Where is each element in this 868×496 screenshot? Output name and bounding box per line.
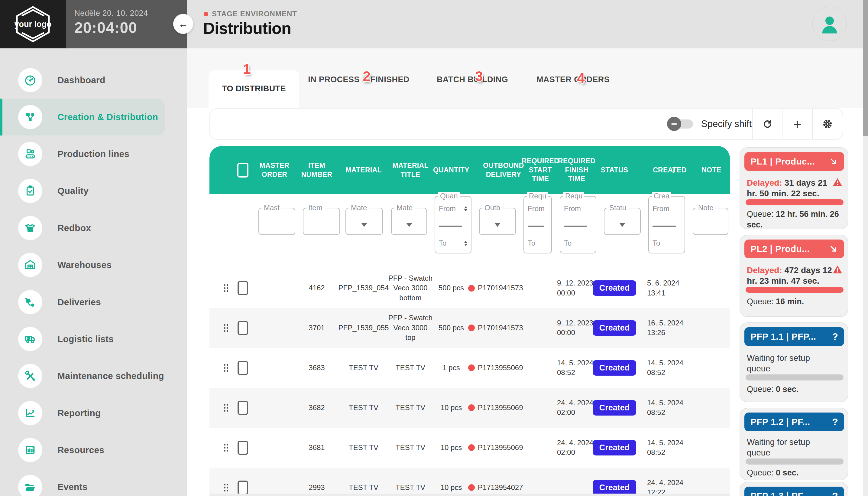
filter-label: Mate — [349, 203, 369, 212]
filter-required-start-range[interactable]: Requ From To — [524, 196, 552, 253]
filter-note[interactable]: Note — [693, 208, 728, 235]
column-header-item-number[interactable]: ITEM NUMBER — [294, 146, 339, 194]
number-spinner-icon[interactable] — [464, 205, 467, 213]
sidebar-item-label: Deliveries — [58, 297, 101, 307]
card-title: PL1 | Produc... — [751, 156, 815, 167]
drag-handle-icon[interactable] — [219, 268, 230, 308]
sidebar-item-reporting[interactable]: Reporting — [0, 395, 169, 432]
cell-item-number: 3701 — [294, 308, 339, 348]
table-row[interactable]: 2993 TEST TV TEST TV 10 pcs P1713954027 … — [209, 468, 730, 494]
sidebar-item-logistic-lists[interactable]: Logistic lists — [0, 321, 169, 357]
row-checkbox[interactable] — [238, 281, 248, 295]
column-header-quantity[interactable]: QUANTITY — [433, 146, 469, 194]
finish-date: 14. 5. 2024 — [557, 358, 593, 368]
table-row[interactable]: 3683 TEST TV TEST TV 1 pcs P1713955069 1… — [209, 348, 730, 388]
tab-in-process-finished[interactable]: IN PROCESS & FINISHED — [308, 75, 409, 84]
column-header-master-order[interactable]: MASTER ORDER — [255, 146, 294, 194]
arrow-down-right-icon — [829, 157, 838, 166]
specify-shift-toggle[interactable] — [667, 118, 694, 130]
add-button[interactable]: + — [783, 109, 812, 139]
sidebar-item-events[interactable]: Events — [0, 468, 169, 496]
created-date: 24. 4. 2024 — [647, 478, 684, 487]
filter-created-range[interactable]: Crea From To — [648, 196, 685, 253]
created-time: 12:22 — [647, 487, 665, 494]
sort-descending-icon[interactable]: ↓ — [671, 146, 675, 194]
tab-batch-building[interactable]: BATCH BUILDING — [437, 75, 508, 84]
column-header-created[interactable]: CREATED — [647, 146, 692, 194]
drag-handle-icon[interactable] — [219, 428, 230, 468]
drag-handle-icon[interactable] — [219, 468, 230, 494]
delivery-indicator-dot — [468, 444, 475, 451]
column-header-material[interactable]: MATERIAL — [339, 146, 388, 194]
table-row[interactable]: 3682 TEST TV TEST TV 10 pcs P1713955069 … — [209, 388, 730, 428]
cell-outbound-delivery: P1713955069 — [478, 388, 529, 428]
filter-material-select[interactable]: Mate — [345, 208, 383, 235]
column-header-required-finish-time[interactable]: REQUIRED FINISH TIME — [557, 146, 596, 194]
filter-quantity-range[interactable]: Quan From To — [435, 196, 471, 253]
filter-label: Statu — [608, 203, 628, 212]
table-row[interactable]: 3701 PFP_1539_055 PFP - Swatch Veco 3000… — [209, 308, 730, 348]
sidebar-item-maintenance-scheduling[interactable]: Maintenance scheduling — [0, 357, 169, 394]
tab-master-orders[interactable]: MASTER ORDERS — [536, 75, 610, 84]
filter-item-number[interactable]: Item — [303, 208, 340, 235]
filter-master-order[interactable]: Mast — [258, 208, 295, 235]
vertical-scrollbar-thumb[interactable] — [863, 0, 868, 136]
filter-status-select[interactable]: Statu — [604, 208, 641, 235]
logo-hexagon-icon: your logo — [13, 4, 52, 44]
row-checkbox[interactable] — [238, 401, 248, 415]
row-checkbox[interactable] — [238, 441, 248, 455]
created-date: 14. 5. 2024 — [647, 398, 684, 408]
collapse-sidebar-button[interactable]: ← — [173, 14, 193, 34]
pfp-1-1-button[interactable]: PFP 1.1 | PFP... ? — [744, 327, 844, 346]
drag-handle-icon[interactable] — [219, 308, 230, 348]
pl2-button[interactable]: PL2 | Produ... — [744, 239, 844, 258]
user-avatar[interactable] — [813, 7, 847, 41]
pfp-1-3-button[interactable]: PFP 1.3 | PF... ? — [744, 486, 844, 496]
finish-time: 00:00 — [557, 328, 575, 338]
finish-date: 9. 12. 2023 — [557, 278, 593, 288]
queue-progress-bar — [745, 199, 843, 205]
table-row[interactable]: 3681 TEST TV TEST TV 10 pcs P1713955069 … — [209, 428, 730, 468]
tab-to-distribute[interactable]: TO DISTRIBUTE — [209, 71, 299, 109]
drag-handle-icon[interactable] — [219, 348, 230, 388]
production-line-card-pl2: PL2 | Produ... Delayed: 472 days 12 hr. … — [740, 235, 848, 317]
row-checkbox[interactable] — [238, 321, 248, 335]
card-title: PFP 1.3 | PF... — [751, 491, 810, 496]
filter-outbound-select[interactable]: Outb — [479, 208, 516, 235]
cell-status: Created — [596, 308, 632, 348]
queue-info: Queue: 16 min. — [747, 296, 839, 307]
column-header-note[interactable]: NOTE — [693, 146, 730, 194]
sidebar-item-dashboard[interactable]: Dashboard — [0, 62, 169, 98]
pl1-button[interactable]: PL1 | Produc... — [744, 152, 844, 171]
sidebar-item-warehouses[interactable]: Warehouses — [0, 247, 169, 283]
cell-material: TEST TV — [339, 428, 388, 468]
sidebar-item-redbox[interactable]: Redbox — [0, 210, 169, 247]
cell-required-finish-time: 9. 12. 2023 00:00 — [557, 268, 596, 308]
waiting-status: Waiting for setup queue — [747, 437, 822, 458]
table-row[interactable]: 4162 PFP_1539_054 PFP - Swatch Veco 3000… — [209, 268, 730, 308]
delivery-truck-icon — [18, 327, 42, 351]
sidebar-item-deliveries[interactable]: Deliveries — [0, 284, 169, 321]
filter-required-finish-range[interactable]: Requ From To — [560, 196, 596, 253]
cell-material-title: PFP - Swatch Veco 3000 bottom — [388, 268, 433, 308]
column-header-material-title[interactable]: MATERIAL TITLE — [388, 146, 433, 194]
folder-icon — [18, 475, 42, 496]
card-title: PL2 | Produ... — [751, 244, 810, 254]
refresh-button[interactable] — [753, 109, 782, 139]
row-checkbox[interactable] — [238, 361, 248, 375]
sidebar-item-creation-distribution[interactable]: Creation & Distribution — [0, 98, 165, 136]
sidebar-item-production-lines[interactable]: Production lines — [0, 136, 169, 172]
sidebar: Dashboard Creation & Distribution Produc… — [0, 48, 187, 496]
sidebar-item-resources[interactable]: Resources — [0, 432, 169, 468]
pfp-1-2-button[interactable]: PFP 1.2 | PF... ? — [744, 413, 844, 431]
row-checkbox[interactable] — [238, 481, 248, 494]
settings-button[interactable] — [813, 109, 842, 139]
filter-material-title-select[interactable]: Mate — [391, 208, 427, 235]
column-header-required-start-time[interactable]: REQUIRED START TIME — [524, 146, 557, 194]
select-all-checkbox[interactable] — [237, 163, 248, 177]
column-header-status[interactable]: STATUS — [596, 146, 632, 194]
number-spinner-icon[interactable] — [464, 239, 467, 247]
drag-handle-icon[interactable] — [219, 388, 230, 428]
sidebar-item-quality[interactable]: Quality — [0, 172, 169, 209]
gear-icon — [821, 117, 834, 131]
